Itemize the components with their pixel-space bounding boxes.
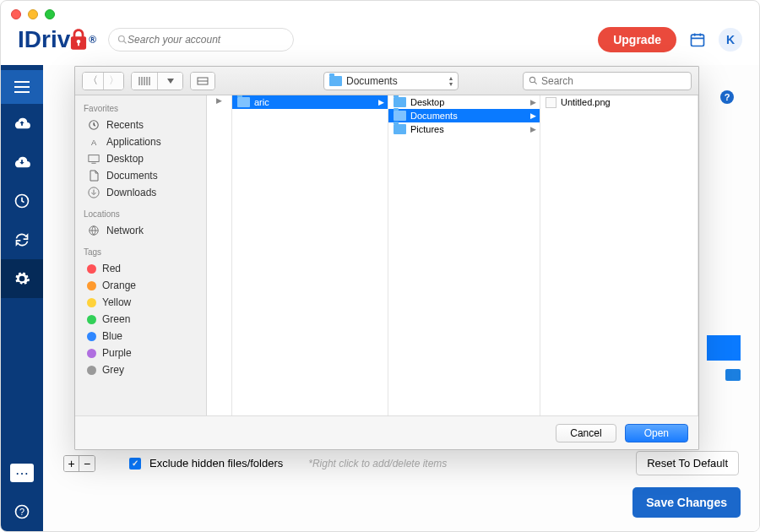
tag-blue[interactable]: Blue [75, 328, 206, 345]
fav-downloads[interactable]: Downloads [75, 184, 206, 201]
nav-back-forward: 〈 〉 [82, 72, 124, 90]
loc-network[interactable]: Network [75, 222, 206, 239]
maximize-window-button[interactable] [45, 9, 55, 19]
documents-icon [87, 170, 100, 182]
svg-text:?: ? [19, 507, 24, 517]
column-1: aric▶ [232, 95, 388, 415]
upgrade-button[interactable]: Upgrade [598, 27, 676, 52]
fav-documents[interactable]: Documents [75, 167, 206, 184]
remove-button[interactable]: − [79, 456, 95, 471]
tag-dot-icon [87, 298, 96, 307]
reset-default-button[interactable]: Reset To Default [636, 451, 739, 475]
tag-dot-icon [87, 315, 96, 324]
sidebar-help[interactable]: ? [1, 492, 43, 531]
folder-desktop[interactable]: Desktop▶ [388, 95, 540, 109]
folder-icon [237, 97, 250, 107]
tag-dot-icon [87, 281, 96, 290]
help-icon: ? [14, 503, 30, 520]
cancel-button[interactable]: Cancel [556, 424, 616, 442]
tag-purple[interactable]: Purple [75, 345, 206, 361]
group-button[interactable] [191, 73, 214, 90]
sidebar-chat[interactable]: ⋯ [1, 453, 43, 492]
group-by[interactable] [190, 72, 215, 90]
menu-toggle[interactable] [1, 70, 43, 104]
add-remove-buttons: + − [63, 455, 95, 472]
tags-heading: Tags [75, 246, 206, 260]
save-changes-button[interactable]: Save Changes [632, 487, 741, 518]
sidebar-schedule[interactable] [1, 182, 43, 220]
chevron-right-icon: ▶ [207, 95, 231, 105]
file-item[interactable]: Untitled.png [540, 95, 698, 109]
column-3: Untitled.png [540, 95, 698, 415]
user-avatar[interactable]: K [719, 28, 742, 52]
brand-reg: ® [89, 34, 96, 46]
right-click-hint: *Right click to add/delete items [308, 458, 447, 470]
tag-dot-icon [87, 264, 96, 274]
exclude-hidden-label: Exclude hidden files/folders [149, 457, 283, 470]
updown-icon: ▴▾ [449, 75, 453, 87]
tag-green[interactable]: Green [75, 311, 206, 328]
apps-icon: A [87, 136, 100, 148]
app-window: IDriv ® Upgrade K ⋯ ? [0, 0, 760, 532]
add-button[interactable]: + [64, 456, 79, 471]
brand-prefix: IDriv [18, 26, 70, 53]
side-tab[interactable] [725, 369, 741, 381]
svg-line-12 [535, 82, 537, 84]
gear-icon [14, 270, 30, 287]
search-icon [529, 76, 538, 85]
selected-item-preview [707, 335, 741, 361]
sidebar-restore[interactable] [1, 143, 43, 182]
dialog-footer: Cancel Open [75, 415, 698, 449]
app-header: IDriv ® Upgrade K [1, 14, 759, 65]
svg-rect-2 [692, 35, 704, 46]
folder-pictures[interactable]: Pictures▶ [388, 122, 540, 136]
svg-text:A: A [91, 138, 97, 147]
mac-titlebar [1, 1, 759, 14]
account-search[interactable] [108, 28, 294, 52]
network-icon [87, 225, 100, 236]
account-search-input[interactable] [128, 34, 285, 46]
minimize-window-button[interactable] [28, 9, 38, 19]
tag-orange[interactable]: Orange [75, 277, 206, 294]
view-switcher [131, 72, 183, 90]
dialog-search[interactable] [523, 72, 692, 90]
column-0: ▶ [207, 95, 232, 415]
open-button[interactable]: Open [625, 424, 688, 442]
tag-red[interactable]: Red [75, 260, 206, 277]
file-open-dialog: 〈 〉 Documents ▴▾ Favorites [74, 66, 699, 450]
sidebar-sync[interactable] [1, 220, 43, 259]
folder-icon [394, 111, 406, 121]
desktop-icon [87, 153, 100, 165]
path-label: Documents [346, 75, 398, 87]
cloud-down-icon [13, 155, 31, 170]
calendar-icon[interactable] [688, 30, 707, 49]
clock-icon [14, 193, 30, 209]
main-sidebar: ⋯ ? [1, 65, 43, 531]
nav-back-button[interactable]: 〈 [83, 73, 103, 90]
sidebar-settings[interactable] [1, 259, 43, 298]
folder-aric[interactable]: aric▶ [232, 95, 388, 109]
tag-yellow[interactable]: Yellow [75, 294, 206, 311]
folder-documents[interactable]: Documents▶ [388, 109, 540, 122]
nav-forward-button[interactable]: 〉 [103, 73, 123, 90]
exclude-hidden-checkbox[interactable]: ✓ [129, 458, 141, 470]
tag-dot-icon [87, 349, 96, 358]
path-dropdown[interactable]: Documents ▴▾ [323, 72, 459, 90]
close-window-button[interactable] [11, 9, 21, 19]
fav-desktop[interactable]: Desktop [75, 150, 206, 167]
view-columns-button[interactable] [132, 73, 157, 90]
dialog-toolbar: 〈 〉 Documents ▴▾ [75, 67, 698, 95]
tag-grey[interactable]: Grey [75, 361, 206, 378]
fav-recents[interactable]: Recents [75, 117, 206, 133]
sidebar-backup[interactable] [1, 104, 43, 143]
fav-applications[interactable]: AApplications [75, 133, 206, 150]
dialog-search-input[interactable] [541, 75, 686, 87]
view-dropdown-button[interactable] [157, 73, 182, 90]
sync-icon [14, 232, 30, 247]
file-icon [546, 97, 556, 108]
help-badge[interactable]: ? [720, 90, 734, 104]
list-footer: + − ✓ Exclude hidden files/folders *Righ… [63, 451, 739, 475]
chat-icon: ⋯ [10, 464, 34, 482]
favorites-heading: Favorites [75, 102, 206, 117]
locations-heading: Locations [75, 208, 206, 222]
